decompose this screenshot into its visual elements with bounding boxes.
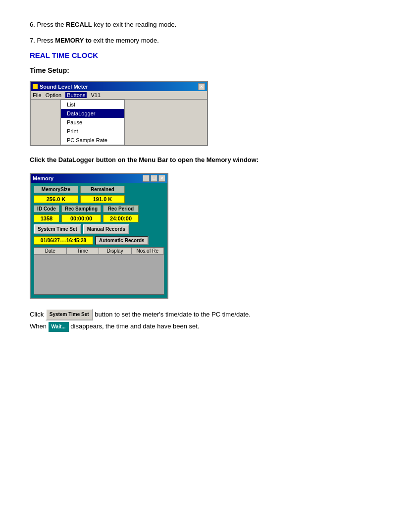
mem-titlebar-buttons: _ □ × <box>143 175 165 182</box>
date-time-value: 01/06/27----16:45:28 <box>34 236 93 245</box>
desc1: Click the DataLogger button on the Menu … <box>30 155 381 165</box>
wait-inline-label: Wait... <box>49 322 69 332</box>
dropdown-item-print[interactable]: Print <box>61 127 124 136</box>
col-display: Display <box>99 248 132 254</box>
lock-icon <box>33 84 38 89</box>
menu-file[interactable]: File <box>33 92 42 98</box>
mem-row-labels2: ID Code Rec Sampling Rec Period <box>34 205 164 213</box>
step6-text-prefix: Press the <box>37 21 66 28</box>
mem-title: Memory <box>33 175 53 181</box>
slm-title: Sound Level Meter <box>40 84 88 90</box>
mem-table-header: Date Time Display Nos.of Re <box>34 248 164 255</box>
dropdown-item-list[interactable]: List <box>61 100 124 109</box>
step7-text-prefix: Press <box>37 37 55 44</box>
mem-table-body <box>34 255 164 294</box>
step6-text-suffix: key to exit the reading mode. <box>94 21 176 28</box>
col-time: Time <box>67 248 100 254</box>
automatic-records-button[interactable]: Automatic Records <box>95 236 149 245</box>
slm-menubar: File Option Buttons V11 <box>31 91 207 100</box>
memory-size-label: MemorySize <box>34 186 78 193</box>
mem-table: Date Time Display Nos.of Re <box>34 247 164 295</box>
system-time-set-button[interactable]: System Time Set <box>34 224 81 234</box>
slm-titlebar: Sound Level Meter × <box>31 82 207 91</box>
rec-sampling-label: Rec Sampling <box>61 205 101 213</box>
dropdown-item-pause[interactable]: Pause <box>61 118 124 127</box>
step7-text-suffix: exit the memory mode. <box>94 37 159 44</box>
mem-row-values2: 1358 00:00:00 24:00:00 <box>34 214 164 222</box>
dropdown-item-pcsamplerate[interactable]: PC Sample Rate <box>61 136 124 145</box>
rec-period-value: 24:00:00 <box>103 214 139 222</box>
section-heading: REAL TIME CLOCK <box>30 51 381 59</box>
step6-number: 6. <box>30 21 35 28</box>
menu-v11[interactable]: V11 <box>91 92 101 98</box>
remained-label: Remained <box>80 186 125 193</box>
bottom-text4: disappears, the time and date have been … <box>70 322 199 330</box>
bottom-description: Click System Time Set button to set the … <box>30 309 381 332</box>
system-time-set-inline-button[interactable]: System Time Set <box>46 309 93 320</box>
remained-value: 191.0 K <box>80 195 125 203</box>
desc1-text: Click the DataLogger button on the Menu … <box>30 156 258 163</box>
bottom-text3: When <box>30 322 49 330</box>
rec-sampling-value: 00:00:00 <box>61 214 101 222</box>
slm-window: Sound Level Meter × File Option Buttons … <box>30 81 208 146</box>
mem-close-button[interactable]: × <box>158 175 165 182</box>
menu-option[interactable]: Option <box>46 92 61 98</box>
dropdown-item-datalogger[interactable]: DataLogger <box>61 109 124 118</box>
bottom-text1: Click <box>30 311 46 318</box>
id-code-label: ID Code <box>34 205 59 213</box>
slm-close-button[interactable]: × <box>198 83 205 90</box>
col-date: Date <box>34 248 67 254</box>
step6-text: 6. Press the RECALL key to exit the read… <box>30 20 381 30</box>
step6-bold: RECALL <box>66 21 92 28</box>
mem-row-date: 01/06/27----16:45:28 Automatic Records <box>34 236 164 245</box>
step7-bold: MEMORY to <box>55 37 92 44</box>
slm-dropdown: List DataLogger Pause Print PC Sample Ra… <box>60 100 125 145</box>
step7-text: 7. Press MEMORY to exit the memory mode. <box>30 36 381 46</box>
sub-heading: Time Setup: <box>30 66 381 74</box>
menu-buttons[interactable]: Buttons <box>65 92 87 98</box>
page-content: 6. Press the RECALL key to exit the read… <box>0 0 411 532</box>
mem-body: MemorySize Remained 256.0 K 191.0 K ID C… <box>31 183 167 298</box>
mem-row-buttons1: System Time Set Manual Records <box>34 224 164 234</box>
mem-row-values1: 256.0 K 191.0 K <box>34 195 164 203</box>
id-code-value: 1358 <box>34 214 59 222</box>
mem-maximize-button[interactable]: □ <box>151 175 157 182</box>
step7-number: 7. <box>30 37 35 44</box>
mem-minimize-button[interactable]: _ <box>143 175 150 182</box>
slm-titlebar-left: Sound Level Meter <box>33 84 88 90</box>
bottom-text2: button to set the meter's time/date to t… <box>95 311 251 318</box>
memory-window: Memory _ □ × MemorySize Remained 256.0 K… <box>30 173 168 299</box>
col-nos-of-re: Nos.of Re <box>132 248 164 254</box>
rec-period-label: Rec Period <box>103 205 139 213</box>
mem-titlebar: Memory _ □ × <box>31 174 167 183</box>
memory-size-value: 256.0 K <box>34 195 78 203</box>
manual-records-button[interactable]: Manual Records <box>83 224 129 234</box>
mem-row-labels1: MemorySize Remained <box>34 186 164 193</box>
